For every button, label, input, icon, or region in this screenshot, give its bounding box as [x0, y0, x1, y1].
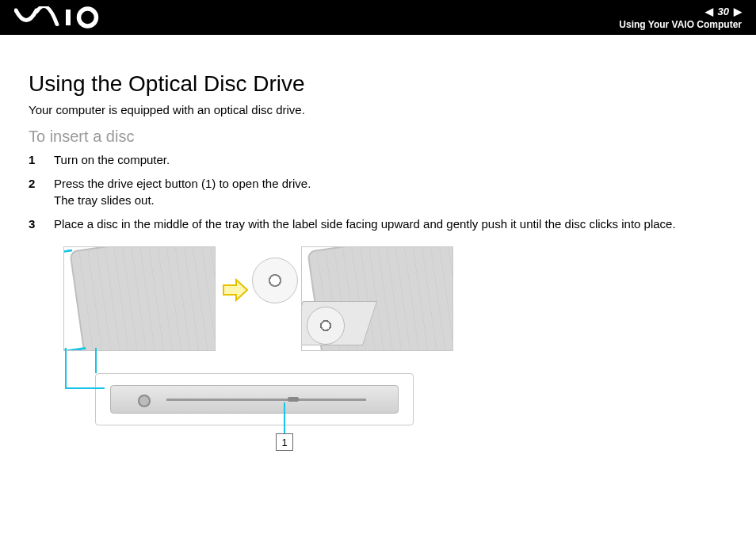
figure-laptop-closed	[63, 246, 216, 351]
vaio-logo	[14, 6, 109, 29]
page-title: Using the Optical Disc Drive	[29, 71, 727, 97]
step-text: Press the drive eject button (1) to open…	[54, 176, 311, 208]
step-text: Place a disc in the middle of the tray w…	[54, 216, 676, 232]
callout-label-text: 1	[281, 437, 287, 448]
step-item: Turn on the computer.	[29, 152, 727, 168]
step-item: Place a disc in the middle of the tray w…	[29, 216, 727, 232]
drive-slot	[166, 399, 366, 401]
steps-list: Turn on the computer. Press the drive ej…	[29, 152, 727, 232]
callout-line	[65, 387, 105, 389]
page-nav: ◀ 30 ▶	[705, 6, 742, 17]
header-bar: ◀ 30 ▶ Using Your VAIO Computer	[0, 0, 756, 35]
page-number: 30	[718, 6, 729, 17]
page-content: Using the Optical Disc Drive Your comput…	[0, 35, 756, 452]
callout-label: 1	[276, 433, 293, 451]
step-arrow-icon	[222, 278, 249, 302]
disc-in-tray-icon	[307, 307, 345, 345]
next-page-icon[interactable]: ▶	[734, 6, 742, 17]
svg-point-1	[79, 9, 97, 26]
prev-page-icon[interactable]: ◀	[705, 6, 713, 17]
figure-laptop-open-tray	[301, 246, 453, 351]
figure-drive-side-view	[95, 373, 414, 425]
eject-button-icon	[288, 397, 299, 402]
section-subhead: To insert a disc	[29, 128, 727, 146]
svg-rect-0	[66, 10, 71, 25]
disc-icon	[252, 257, 298, 303]
headphone-jack-icon	[138, 395, 151, 407]
figure: 1	[63, 246, 460, 452]
callout-line	[284, 402, 285, 434]
step-item: Press the drive eject button (1) to open…	[29, 176, 727, 208]
callout-line	[65, 348, 67, 387]
header-right: ◀ 30 ▶ Using Your VAIO Computer	[619, 6, 742, 30]
breadcrumb[interactable]: Using Your VAIO Computer	[619, 19, 742, 30]
callout-line	[95, 348, 97, 373]
step-text: Turn on the computer.	[54, 152, 170, 168]
intro-text: Your computer is equipped with an optica…	[29, 103, 727, 116]
